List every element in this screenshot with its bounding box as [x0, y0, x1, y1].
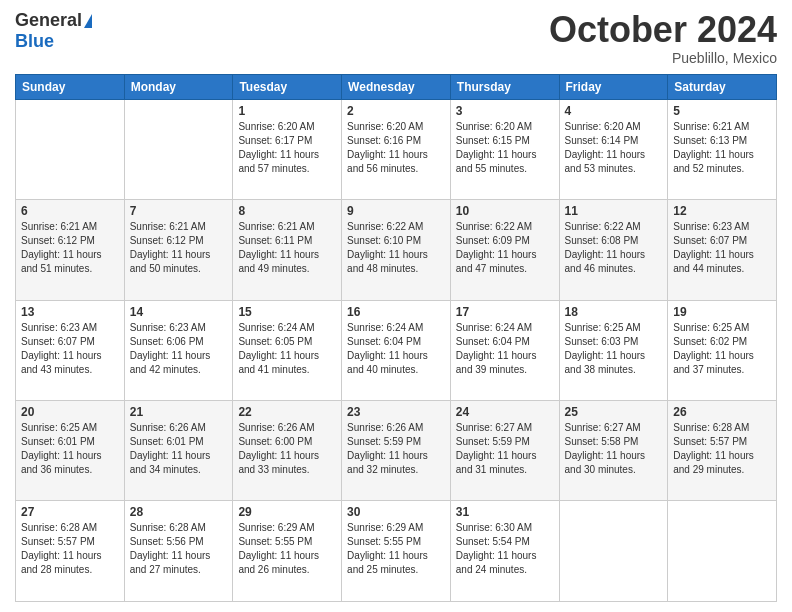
table-row: 4Sunrise: 6:20 AM Sunset: 6:14 PM Daylig…	[559, 99, 668, 199]
table-row: 7Sunrise: 6:21 AM Sunset: 6:12 PM Daylig…	[124, 200, 233, 300]
day-number: 15	[238, 305, 336, 319]
day-info: Sunrise: 6:28 AM Sunset: 5:56 PM Dayligh…	[130, 521, 228, 577]
day-number: 17	[456, 305, 554, 319]
calendar-header-row: Sunday Monday Tuesday Wednesday Thursday…	[16, 74, 777, 99]
table-row	[668, 501, 777, 602]
table-row: 31Sunrise: 6:30 AM Sunset: 5:54 PM Dayli…	[450, 501, 559, 602]
day-info: Sunrise: 6:25 AM Sunset: 6:01 PM Dayligh…	[21, 421, 119, 477]
day-number: 3	[456, 104, 554, 118]
day-info: Sunrise: 6:26 AM Sunset: 5:59 PM Dayligh…	[347, 421, 445, 477]
col-sunday: Sunday	[16, 74, 125, 99]
day-info: Sunrise: 6:21 AM Sunset: 6:13 PM Dayligh…	[673, 120, 771, 176]
day-info: Sunrise: 6:24 AM Sunset: 6:04 PM Dayligh…	[456, 321, 554, 377]
day-number: 19	[673, 305, 771, 319]
table-row	[559, 501, 668, 602]
day-number: 2	[347, 104, 445, 118]
table-row: 25Sunrise: 6:27 AM Sunset: 5:58 PM Dayli…	[559, 401, 668, 501]
table-row: 22Sunrise: 6:26 AM Sunset: 6:00 PM Dayli…	[233, 401, 342, 501]
day-number: 25	[565, 405, 663, 419]
calendar-week-row: 6Sunrise: 6:21 AM Sunset: 6:12 PM Daylig…	[16, 200, 777, 300]
day-info: Sunrise: 6:28 AM Sunset: 5:57 PM Dayligh…	[673, 421, 771, 477]
col-friday: Friday	[559, 74, 668, 99]
calendar-week-row: 1Sunrise: 6:20 AM Sunset: 6:17 PM Daylig…	[16, 99, 777, 199]
day-info: Sunrise: 6:20 AM Sunset: 6:16 PM Dayligh…	[347, 120, 445, 176]
table-row: 8Sunrise: 6:21 AM Sunset: 6:11 PM Daylig…	[233, 200, 342, 300]
table-row: 6Sunrise: 6:21 AM Sunset: 6:12 PM Daylig…	[16, 200, 125, 300]
day-info: Sunrise: 6:30 AM Sunset: 5:54 PM Dayligh…	[456, 521, 554, 577]
day-info: Sunrise: 6:28 AM Sunset: 5:57 PM Dayligh…	[21, 521, 119, 577]
day-number: 16	[347, 305, 445, 319]
day-number: 24	[456, 405, 554, 419]
title-block: October 2024 Pueblillo, Mexico	[549, 10, 777, 66]
day-number: 29	[238, 505, 336, 519]
calendar-table: Sunday Monday Tuesday Wednesday Thursday…	[15, 74, 777, 602]
table-row	[124, 99, 233, 199]
day-info: Sunrise: 6:27 AM Sunset: 5:58 PM Dayligh…	[565, 421, 663, 477]
day-info: Sunrise: 6:24 AM Sunset: 6:04 PM Dayligh…	[347, 321, 445, 377]
table-row: 11Sunrise: 6:22 AM Sunset: 6:08 PM Dayli…	[559, 200, 668, 300]
table-row: 30Sunrise: 6:29 AM Sunset: 5:55 PM Dayli…	[342, 501, 451, 602]
logo-triangle-icon	[84, 14, 92, 28]
table-row: 23Sunrise: 6:26 AM Sunset: 5:59 PM Dayli…	[342, 401, 451, 501]
table-row: 28Sunrise: 6:28 AM Sunset: 5:56 PM Dayli…	[124, 501, 233, 602]
day-info: Sunrise: 6:23 AM Sunset: 6:07 PM Dayligh…	[21, 321, 119, 377]
table-row: 20Sunrise: 6:25 AM Sunset: 6:01 PM Dayli…	[16, 401, 125, 501]
day-info: Sunrise: 6:26 AM Sunset: 6:00 PM Dayligh…	[238, 421, 336, 477]
header: General Blue October 2024 Pueblillo, Mex…	[15, 10, 777, 66]
table-row: 17Sunrise: 6:24 AM Sunset: 6:04 PM Dayli…	[450, 300, 559, 400]
day-info: Sunrise: 6:26 AM Sunset: 6:01 PM Dayligh…	[130, 421, 228, 477]
table-row: 13Sunrise: 6:23 AM Sunset: 6:07 PM Dayli…	[16, 300, 125, 400]
table-row: 18Sunrise: 6:25 AM Sunset: 6:03 PM Dayli…	[559, 300, 668, 400]
day-info: Sunrise: 6:27 AM Sunset: 5:59 PM Dayligh…	[456, 421, 554, 477]
day-number: 14	[130, 305, 228, 319]
col-tuesday: Tuesday	[233, 74, 342, 99]
table-row: 2Sunrise: 6:20 AM Sunset: 6:16 PM Daylig…	[342, 99, 451, 199]
table-row: 26Sunrise: 6:28 AM Sunset: 5:57 PM Dayli…	[668, 401, 777, 501]
table-row: 29Sunrise: 6:29 AM Sunset: 5:55 PM Dayli…	[233, 501, 342, 602]
table-row: 15Sunrise: 6:24 AM Sunset: 6:05 PM Dayli…	[233, 300, 342, 400]
col-monday: Monday	[124, 74, 233, 99]
day-info: Sunrise: 6:25 AM Sunset: 6:03 PM Dayligh…	[565, 321, 663, 377]
day-info: Sunrise: 6:21 AM Sunset: 6:11 PM Dayligh…	[238, 220, 336, 276]
table-row: 1Sunrise: 6:20 AM Sunset: 6:17 PM Daylig…	[233, 99, 342, 199]
table-row: 12Sunrise: 6:23 AM Sunset: 6:07 PM Dayli…	[668, 200, 777, 300]
table-row: 10Sunrise: 6:22 AM Sunset: 6:09 PM Dayli…	[450, 200, 559, 300]
day-number: 13	[21, 305, 119, 319]
table-row: 19Sunrise: 6:25 AM Sunset: 6:02 PM Dayli…	[668, 300, 777, 400]
calendar-week-row: 13Sunrise: 6:23 AM Sunset: 6:07 PM Dayli…	[16, 300, 777, 400]
day-number: 23	[347, 405, 445, 419]
day-info: Sunrise: 6:23 AM Sunset: 6:07 PM Dayligh…	[673, 220, 771, 276]
day-info: Sunrise: 6:29 AM Sunset: 5:55 PM Dayligh…	[238, 521, 336, 577]
table-row: 3Sunrise: 6:20 AM Sunset: 6:15 PM Daylig…	[450, 99, 559, 199]
day-info: Sunrise: 6:21 AM Sunset: 6:12 PM Dayligh…	[21, 220, 119, 276]
calendar-week-row: 20Sunrise: 6:25 AM Sunset: 6:01 PM Dayli…	[16, 401, 777, 501]
day-number: 28	[130, 505, 228, 519]
day-number: 18	[565, 305, 663, 319]
table-row: 5Sunrise: 6:21 AM Sunset: 6:13 PM Daylig…	[668, 99, 777, 199]
day-number: 12	[673, 204, 771, 218]
col-wednesday: Wednesday	[342, 74, 451, 99]
page: General Blue October 2024 Pueblillo, Mex…	[0, 0, 792, 612]
day-info: Sunrise: 6:22 AM Sunset: 6:08 PM Dayligh…	[565, 220, 663, 276]
table-row: 21Sunrise: 6:26 AM Sunset: 6:01 PM Dayli…	[124, 401, 233, 501]
logo: General Blue	[15, 10, 92, 52]
day-number: 31	[456, 505, 554, 519]
day-number: 11	[565, 204, 663, 218]
day-number: 7	[130, 204, 228, 218]
day-number: 22	[238, 405, 336, 419]
day-number: 21	[130, 405, 228, 419]
day-number: 10	[456, 204, 554, 218]
day-number: 4	[565, 104, 663, 118]
day-info: Sunrise: 6:21 AM Sunset: 6:12 PM Dayligh…	[130, 220, 228, 276]
day-number: 5	[673, 104, 771, 118]
logo-text: General	[15, 10, 92, 31]
day-info: Sunrise: 6:23 AM Sunset: 6:06 PM Dayligh…	[130, 321, 228, 377]
table-row: 16Sunrise: 6:24 AM Sunset: 6:04 PM Dayli…	[342, 300, 451, 400]
day-number: 1	[238, 104, 336, 118]
day-info: Sunrise: 6:20 AM Sunset: 6:15 PM Dayligh…	[456, 120, 554, 176]
day-info: Sunrise: 6:25 AM Sunset: 6:02 PM Dayligh…	[673, 321, 771, 377]
day-number: 6	[21, 204, 119, 218]
col-saturday: Saturday	[668, 74, 777, 99]
day-number: 8	[238, 204, 336, 218]
day-info: Sunrise: 6:20 AM Sunset: 6:17 PM Dayligh…	[238, 120, 336, 176]
